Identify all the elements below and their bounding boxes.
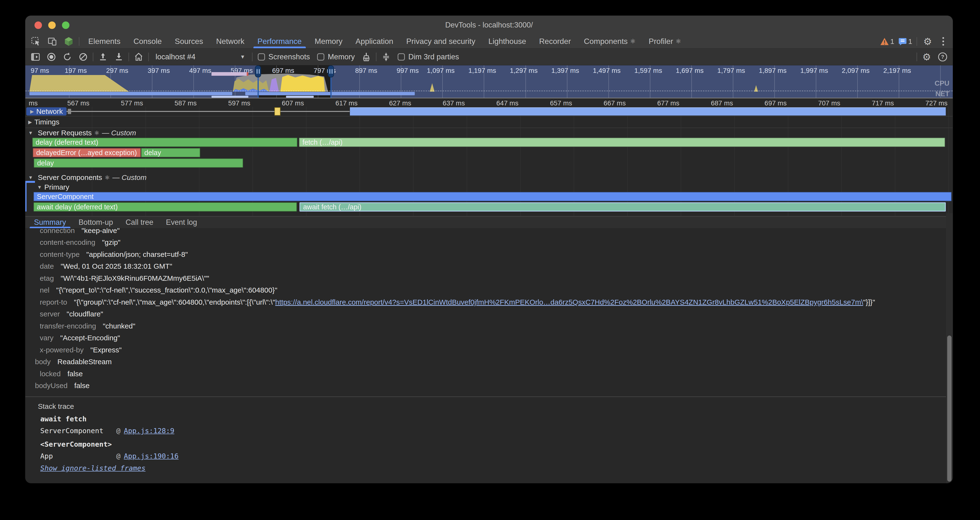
flame-bar[interactable]: await fetch (…/api) [299, 202, 946, 211]
property-value: "application/json; charset=utf-8" [86, 250, 188, 259]
stack-frame-at: @ [116, 452, 120, 460]
show-ignore-listed-frames-link[interactable]: Show ignore-listed frames [40, 464, 146, 472]
selection-handle-left[interactable] [255, 65, 261, 78]
property-row: bodyReadableStream [25, 356, 953, 368]
more-options-kebab-icon[interactable] [938, 36, 948, 47]
report-to-link[interactable]: https://a.nel.cloudflare.com/report/v4?s… [275, 298, 863, 306]
screenshots-checkbox-box[interactable] [258, 53, 265, 60]
tab-label: Console [134, 37, 162, 46]
tab-recorder[interactable]: Recorder [533, 35, 578, 48]
details-tab-summary[interactable]: Summary [28, 216, 72, 228]
flame-bar[interactable]: ServerComponent [33, 192, 951, 201]
cpu-label: CPU [935, 80, 950, 87]
ruler-tick: 637 ms [443, 99, 467, 107]
network-request-chip[interactable] [274, 107, 280, 116]
details-tab-event-log[interactable]: Event log [160, 216, 203, 228]
warnings-badge[interactable]: 1 [880, 37, 894, 46]
property-row: content-encoding"gzip" [25, 237, 953, 249]
load-profile-button[interactable] [97, 51, 109, 63]
property-row: date"Wed, 01 Oct 2025 18:32:01 GMT" [25, 261, 953, 272]
minimize-window-button[interactable] [48, 21, 56, 29]
network-track[interactable]: ▶Network [25, 107, 953, 116]
memory-checkbox-box[interactable] [317, 53, 325, 60]
tab-console[interactable]: Console [127, 35, 168, 48]
dim-3rd-parties-checkbox-box[interactable] [398, 53, 405, 60]
scrollbar-thumb[interactable] [947, 336, 951, 482]
tab-label: Components [584, 37, 627, 46]
toggle-sidebar-icon[interactable] [29, 51, 42, 63]
screenshots-checkbox[interactable]: Screenshots [256, 52, 312, 61]
network-track-grip[interactable] [68, 109, 71, 114]
network-track-label[interactable]: ▶Network [26, 107, 67, 116]
collapse-sections-icon[interactable] [380, 51, 392, 63]
ruler-tick: 697 ms [764, 99, 789, 107]
tab-label: Sources [175, 37, 203, 46]
history-select[interactable]: localhost #4 ▼ [152, 52, 249, 61]
record-and-reload-button[interactable] [61, 51, 73, 63]
save-profile-button[interactable] [113, 51, 125, 63]
tab-performance[interactable]: Performance [251, 35, 308, 48]
property-row: vary"Accept-Encoding" [25, 332, 953, 344]
flame-bar[interactable]: delayedError (…ayed exception) [33, 148, 141, 157]
flame-bar-row: ServerComponent [27, 192, 953, 201]
screenshots-label: Screenshots [268, 52, 310, 61]
details-tab-call-tree[interactable]: Call tree [119, 216, 160, 228]
tab-elements[interactable]: Elements [82, 35, 127, 48]
tab-lighthouse[interactable]: Lighthouse [482, 35, 533, 48]
flame-bar[interactable]: await delay (deferred text) [33, 202, 297, 211]
record-button[interactable] [45, 51, 57, 63]
dim-3rd-parties-checkbox[interactable]: Dim 3rd parties [396, 52, 461, 61]
memory-checkbox[interactable]: Memory [315, 52, 356, 61]
ruler-tick: 647 ms [496, 99, 521, 107]
tab-privacy-and-security[interactable]: Privacy and security [400, 35, 482, 48]
flame-bar[interactable]: delay [34, 159, 243, 168]
home-button[interactable] [132, 51, 145, 63]
cpu-baseline [25, 91, 953, 91]
ruler-tick: 627 ms [389, 99, 414, 107]
timeline-ruler[interactable]: ms567 ms577 ms587 ms597 ms607 ms617 ms62… [25, 98, 953, 107]
ruler-tick: 667 ms [604, 99, 628, 107]
clear-recording-button[interactable] [77, 51, 89, 63]
async-stack-label: await fetch [25, 413, 953, 425]
device-toolbar-icon[interactable] [46, 36, 59, 47]
server-requests-header[interactable]: ▼ Server Requests ⚛ — Custom [25, 128, 953, 138]
flame-bar[interactable]: fetch (…/api) [299, 138, 945, 147]
garbage-collect-icon[interactable] [360, 51, 372, 63]
details-tabbar: SummaryBottom-upCall treeEvent log [25, 216, 953, 228]
capture-settings-gear-icon[interactable]: ⚙ [920, 51, 933, 63]
tab-profiler[interactable]: Profiler⚛ [642, 35, 688, 48]
server-components-header[interactable]: ▼ Server Components ⚛ — Custom [25, 173, 953, 182]
titlebar: DevTools - localhost:3000/ [25, 16, 953, 35]
maximize-window-button[interactable] [62, 21, 70, 29]
devtools-window: DevTools - localhost:3000/ ElementsConso… [25, 16, 953, 483]
tab-network[interactable]: Network [210, 35, 251, 48]
ruler-tick: 607 ms [282, 99, 307, 107]
property-name: report-to [40, 298, 67, 306]
close-window-button[interactable] [35, 21, 42, 29]
timeline-overview[interactable]: 97 ms197 ms297 ms397 ms497 ms597 ms697 m… [25, 65, 953, 98]
stack-frame-source-link[interactable]: App.js:128:9 [124, 427, 174, 435]
timings-track[interactable]: ▶Timings [25, 116, 953, 127]
track-highlight-tab [25, 181, 35, 183]
details-tab-bottom-up[interactable]: Bottom-up [72, 216, 119, 228]
tab-components[interactable]: Components⚛ [577, 35, 642, 48]
tab-application[interactable]: Application [349, 35, 400, 48]
tab-memory[interactable]: Memory [308, 35, 349, 48]
selection-handle-right[interactable] [328, 65, 334, 78]
stack-frame-source-link[interactable]: App.js:190:16 [124, 452, 178, 460]
property-row: bodyUsedfalse [25, 380, 953, 392]
help-icon[interactable]: ? [936, 51, 949, 63]
tab-sources[interactable]: Sources [168, 35, 210, 48]
overview-network-bar [29, 92, 232, 95]
flame-bar[interactable]: delay (deferred text) [32, 138, 298, 147]
warning-count: 1 [890, 37, 894, 46]
timings-track-label: Timings [34, 118, 59, 126]
primary-subtrack-header[interactable]: ▼Primary [27, 182, 953, 192]
inspect-element-icon[interactable] [30, 36, 42, 47]
settings-gear-icon[interactable]: ⚙ [921, 36, 934, 47]
network-request-bar[interactable] [350, 107, 946, 116]
flame-bar[interactable]: delay [141, 148, 200, 157]
flame-bar-row: delayedError (…ayed exception)delay [25, 148, 953, 157]
issues-badge[interactable]: 1 [899, 37, 912, 46]
vue-devtools-extension-icon[interactable] [62, 36, 75, 47]
